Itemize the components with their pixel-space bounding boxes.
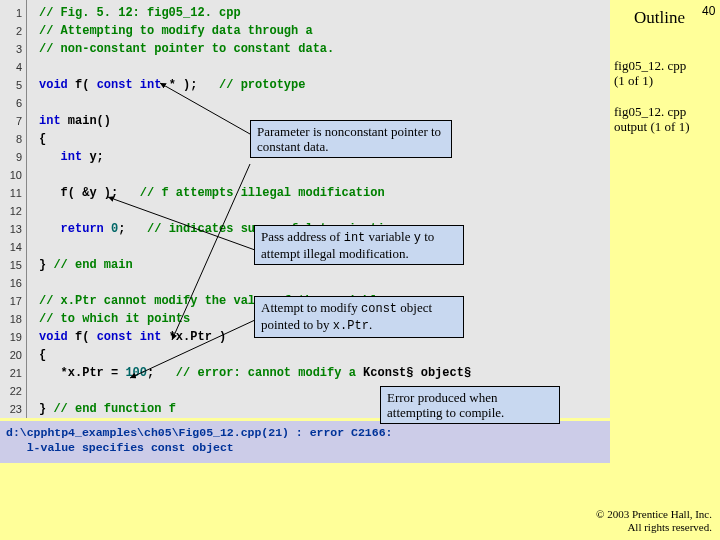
line-number: 2 xyxy=(0,22,26,40)
line-number: 5 xyxy=(0,76,26,94)
line-number: 8 xyxy=(0,130,26,148)
code-area: 1234567891011121314151617181920212223 //… xyxy=(0,0,610,418)
compiler-output: d:\cpphtp4_examples\ch05\Fig05_12.cpp(21… xyxy=(0,421,610,463)
callout-text: Error produced when attempting to compil… xyxy=(387,390,504,420)
callout-pass-address: Pass address of int variable y to attemp… xyxy=(254,225,464,265)
callout-text: Parameter is nonconstant pointer to cons… xyxy=(257,124,441,154)
line-number: 6 xyxy=(0,94,26,112)
code-line: *x.Ptr = 100; // error: cannot modify a … xyxy=(39,364,610,382)
line-number: 16 xyxy=(0,274,26,292)
line-number: 21 xyxy=(0,364,26,382)
line-number: 14 xyxy=(0,238,26,256)
line-number: 11 xyxy=(0,184,26,202)
line-number: 12 xyxy=(0,202,26,220)
copyright-line1: © 2003 Prentice Hall, Inc. xyxy=(596,508,712,521)
line-number: 9 xyxy=(0,148,26,166)
callout-parameter: Parameter is nonconstant pointer to cons… xyxy=(250,120,452,158)
line-number: 23 xyxy=(0,400,26,418)
code-line: // non-constant pointer to constant data… xyxy=(39,40,610,58)
code-line xyxy=(39,274,610,292)
code-line xyxy=(39,202,610,220)
line-number: 19 xyxy=(0,328,26,346)
line-number: 7 xyxy=(0,112,26,130)
line-number: 17 xyxy=(0,292,26,310)
code-line: void f( const int * ); // prototype xyxy=(39,76,610,94)
code-line xyxy=(39,58,610,76)
line-number: 3 xyxy=(0,40,26,58)
code-line xyxy=(39,94,610,112)
side-file-label: fig05_12. cpp (1 of 1) xyxy=(614,58,686,88)
line-number-gutter: 1234567891011121314151617181920212223 xyxy=(0,0,27,418)
line-number: 1 xyxy=(0,4,26,22)
code-line: { xyxy=(39,346,610,364)
code-line: f( &y ); // f attempts illegal modificat… xyxy=(39,184,610,202)
line-number: 22 xyxy=(0,382,26,400)
callout-attempt-modify: Attempt to modify const object pointed t… xyxy=(254,296,464,338)
page-number: 40 xyxy=(702,4,715,18)
copyright-footer: © 2003 Prentice Hall, Inc. All rights re… xyxy=(596,508,712,534)
line-number: 20 xyxy=(0,346,26,364)
outline-title: Outline xyxy=(634,8,685,28)
callout-compile-error: Error produced when attempting to compil… xyxy=(380,386,560,424)
side-output-label: fig05_12. cpp output (1 of 1) xyxy=(614,104,689,134)
line-number: 15 xyxy=(0,256,26,274)
line-number: 18 xyxy=(0,310,26,328)
code-line: // Fig. 5. 12: fig05_12. cpp xyxy=(39,4,610,22)
line-number: 10 xyxy=(0,166,26,184)
code-listing: // Fig. 5. 12: fig05_12. cpp// Attemptin… xyxy=(27,0,610,418)
code-line xyxy=(39,166,610,184)
line-number: 13 xyxy=(0,220,26,238)
code-line: // Attempting to modify data through a xyxy=(39,22,610,40)
copyright-line2: All rights reserved. xyxy=(596,521,712,534)
line-number: 4 xyxy=(0,58,26,76)
